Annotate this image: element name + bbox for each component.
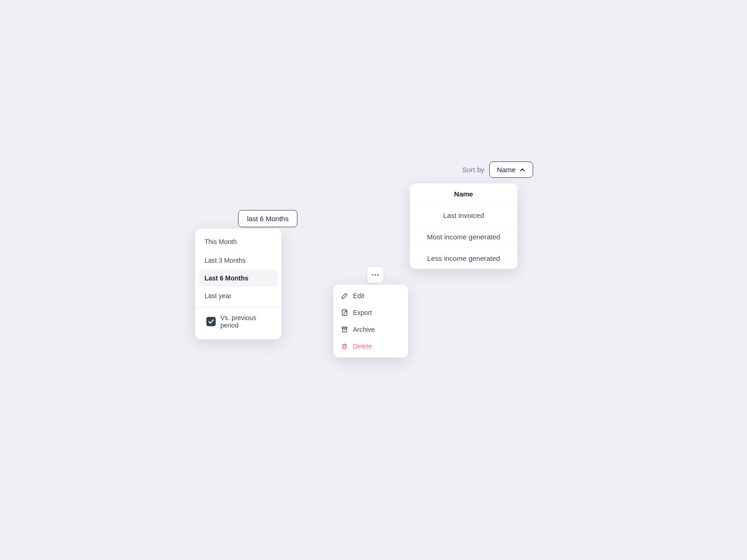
archive-icon [341,326,348,333]
chevron-up-icon [520,167,525,173]
date-option-last-year[interactable]: Last year [195,287,282,305]
date-range-button[interactable]: last 6 Months [238,210,297,227]
context-export-label: Export [353,309,372,316]
dropdown-divider [195,307,282,308]
sort-option-most-income[interactable]: Most income generated [410,226,517,248]
sort-option-last-invoiced[interactable]: Last invoiced [410,205,517,226]
vs-previous-checkbox[interactable] [206,317,216,326]
svg-rect-4 [342,327,347,329]
edit-icon [341,292,348,300]
context-archive-label: Archive [353,326,375,333]
context-edit-label: Edit [353,292,364,300]
vs-previous-period-row[interactable]: Vs. previous period [199,309,278,334]
context-archive[interactable]: Archive [333,321,408,338]
date-option-last-6-months[interactable]: Last 6 Months [199,270,278,287]
date-option-this-month[interactable]: This Month [195,232,282,251]
checkmark-icon [208,319,214,324]
sort-by-area: Sort by Name [462,161,533,178]
export-icon [341,309,348,316]
context-edit[interactable]: Edit [333,287,408,304]
vs-previous-label: Vs. previous period [220,314,270,329]
three-dots-icon [371,273,380,276]
svg-point-2 [377,274,379,276]
date-range-dropdown: This Month Last 3 Months Last 6 Months L… [195,229,282,339]
context-export[interactable]: Export [333,304,408,321]
context-delete[interactable]: Delete [333,338,408,355]
sort-by-label: Sort by [462,166,485,174]
sort-by-button[interactable]: Name [489,161,533,178]
delete-icon [341,343,348,350]
sort-dropdown: Name Last invoiced Most income generated… [410,183,517,269]
context-delete-label: Delete [353,343,372,350]
context-dropdown: Edit Export Archive [333,285,408,357]
svg-point-0 [372,274,374,276]
three-dots-button[interactable] [367,266,384,283]
svg-point-1 [374,274,376,276]
sort-option-less-income[interactable]: Less income generated [410,248,517,269]
sort-option-name[interactable]: Name [410,183,517,205]
date-option-last-3-months[interactable]: Last 3 Months [195,251,282,270]
sort-by-value: Name [497,166,516,174]
